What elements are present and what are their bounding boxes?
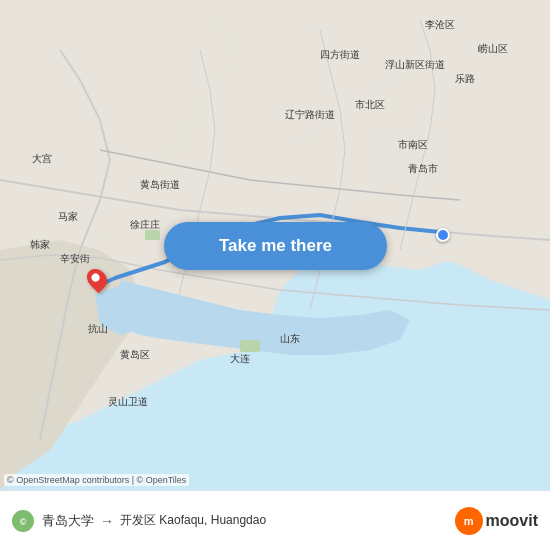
label-huangdao: 黄岛区: [120, 348, 150, 362]
route-arrow-icon: →: [100, 513, 114, 529]
label-shibei: 市北区: [355, 98, 385, 112]
label-hanjia: 韩家: [30, 238, 50, 252]
label-qingdao: 青岛市: [408, 162, 438, 176]
label-liaoninlu: 辽宁路街道: [285, 108, 335, 122]
label-dalian: 大连: [230, 352, 250, 366]
label-majia: 马家: [58, 210, 78, 224]
label-laoshan: 崂山区: [478, 42, 508, 56]
route-info: 青岛大学 → 开发区 Kaofaqu, Huangdao: [42, 512, 266, 530]
end-marker: [436, 228, 450, 242]
label-shinan: 市南区: [398, 138, 428, 152]
moovit-text: moovit: [486, 512, 538, 530]
moovit-icon: m: [455, 507, 483, 535]
osm-logo: ©: [12, 510, 34, 532]
label-fushanxinqu: 浮山新区街道: [385, 58, 445, 72]
label-shandong: 山东: [280, 332, 300, 346]
route-to: 开发区 Kaofaqu, Huangdao: [120, 512, 266, 529]
map-attribution: © OpenStreetMap contributors | © OpenTil…: [4, 474, 189, 486]
svg-rect-2: [240, 340, 260, 352]
label-daqing: 大宫: [32, 152, 52, 166]
route-from: 青岛大学: [42, 512, 94, 530]
label-xuzhuang: 徐庄庄: [130, 218, 160, 232]
label-huangdao-jd: 黄岛街道: [140, 178, 180, 192]
start-marker: [88, 268, 106, 290]
label-lelu: 乐路: [455, 72, 475, 86]
label-sifang: 四方街道: [320, 48, 360, 62]
take-me-there-button[interactable]: Take me there: [164, 222, 387, 270]
label-lingshanwei: 灵山卫道: [108, 395, 148, 409]
svg-text:©: ©: [20, 517, 27, 527]
label-licang: 李沧区: [425, 18, 455, 32]
blue-dot-icon: [436, 228, 450, 242]
osm-logo-icon: ©: [12, 510, 34, 532]
label-kangshan: 抗山: [88, 322, 108, 336]
label-xinan: 辛安街: [60, 252, 90, 266]
footer: © 青岛大学 → 开发区 Kaofaqu, Huangdao m moovit: [0, 490, 550, 550]
map-container: 李沧区 浮山新区街道 四方街道 辽宁路街道 市北区 市南区 黄岛街道 辛安街 大…: [0, 0, 550, 490]
moovit-logo: m moovit: [455, 507, 538, 535]
